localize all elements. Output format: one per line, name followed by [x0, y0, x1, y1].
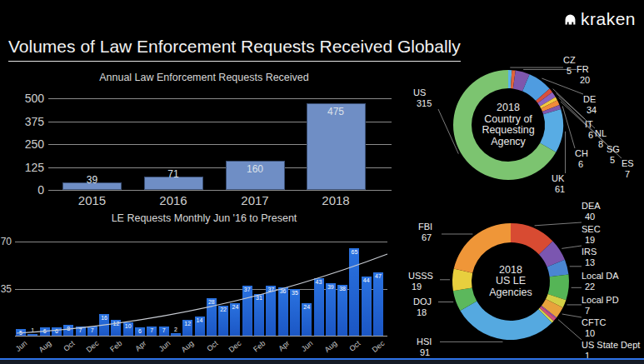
leader-line	[562, 314, 582, 317]
donut-slice-label: ES	[622, 158, 642, 169]
donut-slice-label-group: SEC19	[582, 224, 610, 246]
y-tick-label: 125	[11, 161, 44, 174]
y-tick-label: 35	[0, 283, 12, 295]
kraken-icon	[563, 12, 577, 27]
monthly-x-label: Dec	[79, 339, 100, 358]
y-tick-label: 70	[0, 236, 12, 247]
donut-slice-value: 19	[408, 282, 440, 292]
monthly-bar	[362, 277, 372, 336]
donut-slice-label: HSI	[417, 337, 440, 347]
donut-slice-value: 13	[582, 257, 610, 268]
donut-slice-value: 40	[582, 212, 610, 222]
monthly-bar-value: 6	[134, 328, 146, 334]
donut-slice	[539, 242, 565, 267]
monthly-bar-value: 2	[170, 327, 182, 332]
monthly-bar	[278, 287, 288, 336]
donut-slice-value: 10	[582, 328, 617, 339]
monthly-bar-value: 37	[265, 287, 277, 292]
monthly-bar-value: 1	[27, 327, 38, 333]
donut-center-text: 2018US LEAgencies	[461, 265, 561, 299]
donut-slice	[511, 70, 516, 88]
monthly-bar-value: 43	[313, 279, 325, 285]
annual-x-label: 2017	[226, 193, 285, 207]
monthly-bar	[242, 286, 252, 336]
monthly-bar-value: 6	[51, 328, 62, 334]
monthly-x-label: Jun	[8, 339, 29, 358]
donut-slice	[460, 302, 552, 341]
donut-slice-label: CFTC	[582, 317, 617, 328]
video-seek-bar[interactable]	[0, 358, 644, 364]
monthly-bar-value: 7	[75, 327, 87, 333]
monthly-bar-value: 35	[289, 290, 301, 296]
monthly-x-label: Oct	[56, 339, 77, 358]
donut-slice	[522, 74, 550, 101]
monthly-bar-value: 39	[325, 284, 337, 290]
monthly-x-label: Aug	[32, 339, 52, 358]
donut-slice	[511, 223, 552, 254]
donut-slice-value: 34	[583, 105, 608, 116]
donut-slice-label-group: DEA40	[582, 201, 610, 222]
donut-slice	[513, 71, 530, 92]
monthly-x-label: Feb	[103, 339, 124, 358]
donut-slice	[508, 70, 512, 88]
donut-center-line: Agency	[458, 137, 558, 148]
donut-slice-label: Local DA	[582, 271, 632, 282]
monthly-bar-value: 24	[229, 304, 241, 310]
monthly-x-label: Feb	[247, 339, 267, 358]
monthly-bar-value: 5	[15, 330, 27, 336]
donut-slice-label-group: Local DA22	[582, 271, 632, 292]
donut-slice-label-group: DOJ18	[413, 297, 438, 318]
monthly-x-label: Oct	[198, 339, 219, 358]
annual-x-label: 2016	[144, 193, 203, 207]
donut-slice-label-group: Local PD7	[582, 295, 633, 317]
monthly-chart-title: LE Requests Monthly Jun '16 to Present	[25, 212, 383, 224]
donut-slice-label: FR	[577, 64, 598, 75]
donut-center-line: 2018	[461, 265, 561, 277]
monthly-bar	[27, 334, 37, 336]
monthly-bar-value: 16	[98, 315, 110, 321]
donut-slice-label-group: UK61	[552, 173, 573, 195]
donut-slice-value: 61	[552, 184, 573, 195]
monthly-bar-value: 14	[194, 317, 206, 323]
donut-slice-value: 6	[575, 159, 595, 170]
annual-x-label: 2015	[62, 193, 122, 207]
donut-slice-label-group: HSI91	[417, 337, 440, 358]
leader-line	[558, 320, 582, 340]
monthly-x-label: Jun	[151, 339, 172, 358]
donut-slice-label: Local PD	[582, 295, 633, 306]
gridline	[48, 190, 392, 191]
donut-slice-label-group: US315	[413, 87, 438, 109]
annual-x-label: 2018	[307, 193, 366, 207]
annual-bar-value: 160	[226, 163, 285, 175]
monthly-x-label: Oct	[342, 339, 362, 358]
y-tick-label: 500	[11, 92, 44, 105]
annual-bar-value: 39	[62, 174, 122, 186]
donut-slice-label-group: IRS13	[582, 247, 610, 268]
monthly-bar-value: 38	[337, 286, 348, 292]
donut-slice-label-group: USSS19	[408, 271, 440, 292]
donut-slice	[536, 89, 552, 103]
monthly-bar-value: 8	[62, 326, 74, 332]
monthly-bar-value: 24	[301, 304, 312, 310]
monthly-bar-value: 36	[277, 288, 289, 294]
monthly-bar-value: 7	[158, 327, 170, 333]
donut-slice-label: FBI	[418, 222, 442, 232]
donut-slice	[538, 308, 553, 323]
annual-bar-value: 475	[307, 106, 366, 117]
monthly-bar-value: 31	[253, 295, 265, 301]
donut-slice-label: DE	[583, 94, 608, 105]
gridline	[15, 242, 387, 242]
donut-slice-label-group: CH6	[575, 148, 595, 170]
monthly-x-label: Apr	[127, 339, 148, 358]
donut-slice-label: US State Dept	[582, 340, 643, 351]
monthly-x-label: Aug	[317, 339, 338, 358]
monthly-bar-value: 12	[182, 321, 193, 327]
y-tick-label: 250	[11, 137, 44, 151]
annual-chart-title: Annual Law Enforcement Requests Received	[25, 72, 383, 83]
monthly-bar-value: 12	[110, 321, 122, 327]
donut-slice-label: US	[413, 87, 438, 98]
donut-slice-value: 7	[622, 169, 642, 180]
monthly-bar-value: 37	[242, 287, 253, 292]
donut-center-line: Country of	[458, 114, 558, 126]
monthly-x-label: Dec	[222, 339, 243, 358]
